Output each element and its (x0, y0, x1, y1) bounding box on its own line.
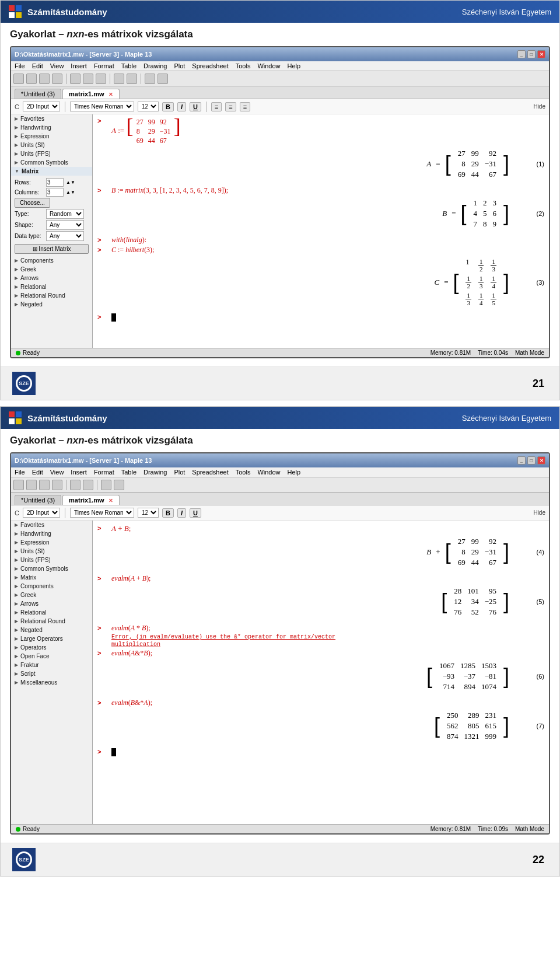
toolbar-print-2[interactable] (52, 480, 62, 490)
menu-file-1[interactable]: File (15, 62, 25, 69)
hide-label-2[interactable]: Hide (533, 509, 545, 516)
sidebar-item-common-1[interactable]: ▶ Common Symbols (11, 158, 92, 167)
sidebar-item-units-fps-1[interactable]: ▶ Units (FPS) (11, 149, 92, 158)
sidebar-item-arrows-2[interactable]: ▶ Arrows (11, 599, 92, 608)
toolbar-new-2[interactable] (13, 480, 24, 490)
align-left-1[interactable]: ≡ (211, 102, 222, 111)
menu-insert-1[interactable]: Insert (71, 62, 87, 69)
matrix-datatype-select-1[interactable]: Any (46, 231, 84, 241)
sidebar-item-units-si-2[interactable]: ▶ Units (SI) (11, 547, 92, 556)
maple-editor-2[interactable]: > A + B; B + [ 279992 (93, 521, 549, 824)
toolbar-redo-2[interactable] (83, 480, 93, 490)
matrix-shape-select-1[interactable]: Any (46, 220, 84, 230)
align-right-1[interactable]: ≡ (240, 102, 250, 111)
matrix-insert-btn-1[interactable]: ⊞ Insert Matrix (15, 244, 89, 254)
sidebar-item-greek-2[interactable]: ▶ Greek (11, 591, 92, 599)
sidebar-item-relational-1[interactable]: ▶ Relational (11, 282, 92, 291)
tab-matrix1-1[interactable]: matrix1.mw ✕ (62, 89, 120, 99)
sidebar-item-negated-2[interactable]: ▶ Negated (11, 626, 92, 634)
sidebar-item-negated-1[interactable]: ▶ Negated (11, 300, 92, 309)
sidebar-item-operators-2[interactable]: ▶ Operators (11, 643, 92, 652)
toolbar-cut-1[interactable] (70, 74, 80, 84)
maple-editor-1[interactable]: > A := [ 279992 829−31 694467 ] (93, 114, 549, 348)
font-select-2[interactable]: Times New Roman (70, 508, 134, 518)
sidebar-item-components-1[interactable]: ▶ Components (11, 256, 92, 265)
menu-plot-1[interactable]: Plot (174, 62, 185, 69)
menu-format-2[interactable]: Format (94, 469, 114, 476)
sidebar-item-relational-round-1[interactable]: ▶ Relational Round (11, 291, 92, 300)
menu-format-1[interactable]: Format (94, 62, 114, 69)
sidebar-item-greek-1[interactable]: ▶ Greek (11, 265, 92, 274)
toolbar-save-2[interactable] (39, 480, 50, 490)
toolbar-save-1[interactable] (39, 74, 50, 84)
sidebar-item-arrows-1[interactable]: ▶ Arrows (11, 274, 92, 282)
sidebar-item-expression-1[interactable]: ▶ Expression (11, 132, 92, 141)
sidebar-item-fraktur-2[interactable]: ▶ Fraktur (11, 661, 92, 669)
minimize-button-1[interactable]: _ (517, 50, 526, 58)
matrix-cols-input-1[interactable] (46, 188, 64, 197)
hide-label-1[interactable]: Hide (533, 103, 545, 110)
underline-button-1[interactable]: U (190, 102, 201, 111)
matrix-rows-input-1[interactable] (46, 178, 64, 187)
toolbar-stop-2[interactable] (114, 480, 124, 490)
menu-insert-2[interactable]: Insert (71, 469, 87, 476)
sidebar-item-favorites-1[interactable]: ▶ Favorites (11, 114, 92, 123)
menu-file-2[interactable]: File (15, 469, 25, 476)
matrix-type-select-1[interactable]: Random (46, 209, 84, 219)
menu-spreadsheet-2[interactable]: Spreadsheet (192, 469, 228, 476)
tab-untitled-1[interactable]: *Untitled (3) (15, 89, 61, 99)
sidebar-item-matrix-1[interactable]: ▼ Matrix (11, 167, 92, 176)
tab-close-2[interactable]: ✕ (108, 498, 113, 504)
sidebar-item-misc-2[interactable]: ▶ Miscellaneous (11, 678, 92, 687)
underline-button-2[interactable]: U (190, 508, 201, 518)
toolbar-print-1[interactable] (52, 74, 62, 84)
toolbar-undo-1[interactable] (114, 74, 124, 84)
align-center-1[interactable]: ≡ (225, 102, 236, 111)
sidebar-item-script-2[interactable]: ▶ Script (11, 669, 92, 678)
input-mode-select-2[interactable]: 2D Input (23, 508, 60, 518)
maximize-button-1[interactable]: □ (527, 50, 536, 58)
sidebar-item-relational-2[interactable]: ▶ Relational (11, 608, 92, 617)
sidebar-item-handwriting-2[interactable]: ▶ Handwriting (11, 529, 92, 538)
tab-matrix1-2[interactable]: matrix1.mw ✕ (62, 495, 120, 505)
minimize-button-2[interactable]: _ (517, 456, 526, 465)
menu-window-1[interactable]: Window (257, 62, 280, 69)
bold-button-1[interactable]: B (162, 102, 174, 111)
italic-button-2[interactable]: I (177, 508, 186, 518)
matrix-cols-spin-1[interactable]: ▲▼ (66, 190, 75, 195)
close-button-2[interactable]: ✕ (537, 456, 545, 465)
menu-window-2[interactable]: Window (257, 469, 280, 476)
menu-table-2[interactable]: Table (121, 469, 136, 476)
sidebar-item-openface-2[interactable]: ▶ Open Face (11, 652, 92, 661)
sidebar-item-common-2[interactable]: ▶ Common Symbols (11, 564, 92, 573)
menu-view-1[interactable]: View (50, 62, 64, 69)
menu-tools-2[interactable]: Tools (236, 469, 251, 476)
italic-button-1[interactable]: I (177, 102, 186, 111)
toolbar-execute-1[interactable] (145, 74, 155, 84)
menu-table-1[interactable]: Table (121, 62, 136, 69)
menu-spreadsheet-1[interactable]: Spreadsheet (192, 62, 228, 69)
sidebar-item-large-ops-2[interactable]: ▶ Large Operators (11, 634, 92, 643)
menu-view-2[interactable]: View (50, 469, 64, 476)
toolbar-open-2[interactable] (26, 480, 37, 490)
menu-edit-1[interactable]: Edit (32, 62, 43, 69)
toolbar-copy-1[interactable] (83, 74, 93, 84)
menu-edit-2[interactable]: Edit (32, 469, 43, 476)
tab-untitled-2[interactable]: *Untitled (3) (15, 495, 61, 505)
toolbar-new-1[interactable] (13, 74, 24, 84)
close-button-1[interactable]: ✕ (537, 50, 545, 58)
input-mode-select-1[interactable]: 2D Input 1D Input (23, 102, 60, 111)
matrix-choose-btn-1[interactable]: Choose... (15, 198, 50, 208)
menu-help-2[interactable]: Help (288, 469, 301, 476)
toolbar-paste-1[interactable] (96, 74, 106, 84)
toolbar-stop-1[interactable] (158, 74, 168, 84)
toolbar-undo-2[interactable] (70, 480, 80, 490)
matrix-rows-spin-1[interactable]: ▲▼ (66, 180, 75, 185)
size-select-2[interactable]: 12 (138, 508, 159, 518)
sidebar-item-units-fps-2[interactable]: ▶ Units (FPS) (11, 556, 92, 564)
size-select-1[interactable]: 12 (138, 102, 159, 111)
font-select-1[interactable]: Times New Roman (70, 102, 134, 111)
sidebar-item-handwriting-1[interactable]: ▶ Handwriting (11, 123, 92, 132)
bold-button-2[interactable]: B (162, 508, 174, 518)
sidebar-item-matrix-2[interactable]: ▶ Matrix (11, 573, 92, 582)
